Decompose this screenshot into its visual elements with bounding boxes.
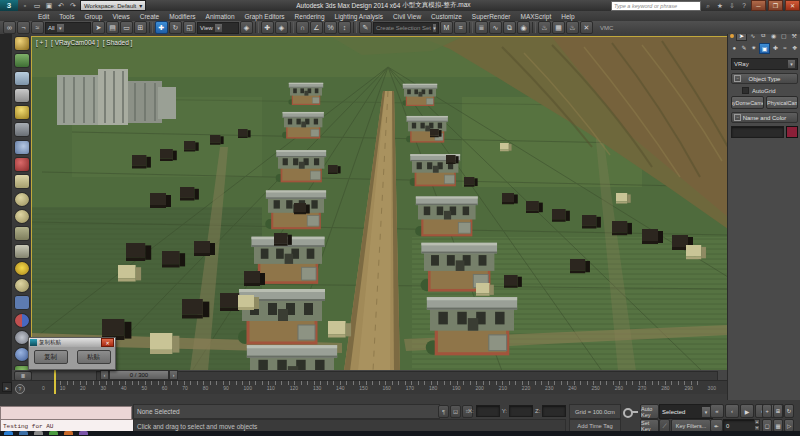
menu-civil-view[interactable]: Civil View [393,13,421,20]
start-orb-icon[interactable] [4,431,13,435]
trackbar-help-icon[interactable]: ? [15,384,25,394]
camera-category-dropdown[interactable]: VRay ▾ [731,58,798,70]
frame-spinner[interactable]: ▲▼ [754,419,760,430]
curve-editor-icon[interactable]: ∿ [489,21,502,34]
object-type-rollout-header[interactable]: – Object Type [731,73,798,84]
viewport[interactable]: [ + ] [ VRayCam004 ] [ Shaded ] [31,36,729,372]
object-name-field[interactable] [731,126,784,138]
delete-script-icon[interactable]: ✕ [580,21,593,34]
menu-maxscript[interactable]: MAXScript [520,13,551,20]
schematic-view-icon[interactable]: ⧉ [503,21,516,34]
minimize-button[interactable]: ─ [751,0,766,11]
selection-region-icon[interactable]: ▭ [120,21,133,34]
reference-coordinate-dropdown[interactable]: View ▾ [197,22,239,34]
percent-snap-icon[interactable]: % [324,21,337,34]
category-lights-icon[interactable]: ✷ [749,43,758,52]
dialog-title-bar[interactable]: 复制粘贴 ✕ [29,338,115,347]
spinner-snap-icon[interactable]: ↕ [338,21,351,34]
window-crossing-icon[interactable]: ⊞ [134,21,147,34]
viewport-menu-label[interactable]: [ + ] [36,39,47,46]
play-icon[interactable]: ▶ [740,404,754,418]
ring-primitive-icon[interactable] [14,209,30,224]
zoom-all-icon[interactable]: ⊞ [773,404,783,418]
category-helpers-icon[interactable]: ✚ [771,43,780,52]
viewport-shading-label[interactable]: [ Shaded ] [103,39,133,46]
menu-superrender[interactable]: SuperRender [472,13,511,20]
mirror-icon[interactable]: M [440,21,453,34]
selection-filter-dropdown[interactable]: All ▾ [45,22,91,34]
autogrid-checkbox[interactable]: AutoGrid [742,87,800,94]
named-selection-set-dropdown[interactable]: Create Selection Set ▾ [373,22,439,34]
menu-group[interactable]: Group [84,13,102,20]
y-coordinate-field[interactable] [509,405,533,417]
menu-graph-editors[interactable]: Graph Editors [245,13,285,20]
render-teapot-icon[interactable] [14,36,30,51]
menu-animation[interactable]: Animation [206,13,235,20]
object-color-swatch[interactable] [786,126,798,138]
track-bar[interactable]: ? 01020304050607080901001101201301401501… [12,380,727,395]
rendered-frame-window-icon[interactable]: ▦ [552,21,565,34]
name-color-rollout-header[interactable]: – Name and Color [731,112,798,123]
previous-frame-icon[interactable]: ‹ [725,404,739,418]
taskbar-app-icon[interactable] [79,431,88,435]
mountain-icon[interactable] [14,244,30,259]
render-preview-icon[interactable] [14,53,30,68]
selection-set-keying-dropdown[interactable]: Selected ▾ [659,404,713,419]
plugin-tool-icon[interactable] [14,122,30,137]
select-by-name-icon[interactable]: ▤ [106,21,119,34]
align-icon[interactable]: ≡ [454,21,467,34]
isolate-selection-icon[interactable]: ¶ [438,405,449,418]
blob-primitive-icon[interactable] [14,192,30,207]
multi-object-icon[interactable] [14,313,30,328]
favorites-icon[interactable]: ★ [715,1,725,10]
menu-create[interactable]: Create [140,13,160,20]
selection-lock-icon[interactable]: ⊡ [450,405,461,418]
layer-manager-icon[interactable]: ≣ [475,21,488,34]
use-pivot-center-icon[interactable]: ◈ [240,21,253,34]
material-editor-icon[interactable]: ◉ [517,21,530,34]
help-icon[interactable]: ? [739,1,749,10]
taskbar-app-icon[interactable] [49,431,58,435]
z-coordinate-field[interactable] [542,405,566,417]
plane-primitive-icon[interactable] [14,174,30,189]
select-and-link-icon[interactable]: ∞ [3,21,16,34]
search-input[interactable]: Type a keyword or phrase [611,1,701,11]
water-icon[interactable] [14,295,30,310]
menu-modifiers[interactable]: Modifiers [169,13,195,20]
vray-dome-camera-button[interactable]: ayDomeCame [731,96,764,109]
menu-lighting-analysis[interactable]: Lighting Analysis [335,13,383,20]
render-setup-icon[interactable]: ♨ [538,21,551,34]
menu-edit[interactable]: Edit [38,13,49,20]
next-frame-arrow-icon[interactable]: › [169,370,178,380]
angle-snap-icon[interactable]: ∠ [310,21,323,34]
save-file-icon[interactable]: ▣ [44,1,54,10]
time-slider-button[interactable]: 0 / 300 [109,370,169,380]
zoom-icon[interactable]: + [762,404,772,418]
workspace-dropdown[interactable]: Workspace: Default ▾ [80,0,146,11]
close-button[interactable]: ✕ [785,0,800,11]
sphere-primitive-icon[interactable] [14,278,30,293]
snap-toggle-icon[interactable]: ∩ [296,21,309,34]
taskbar-app-icon[interactable] [34,431,43,435]
menu-customize[interactable]: Customize [431,13,462,20]
redo-icon[interactable]: ↷ [68,1,78,10]
open-file-icon[interactable]: ▭ [32,1,42,10]
bind-to-space-warp-icon[interactable]: ≈ [31,21,44,34]
dialog-close-icon[interactable]: ✕ [101,338,114,347]
restore-button[interactable]: ❐ [768,0,783,11]
tab-strip-arrow-icon[interactable]: ▸ [2,382,12,392]
download-icon[interactable]: ⇩ [727,1,737,10]
paste-button[interactable]: 粘贴 [77,350,111,364]
keyboard-shortcut-toggle-icon[interactable]: ◈ [275,21,288,34]
copy-button[interactable]: 复制 [34,350,68,364]
light-lister-icon[interactable] [14,105,30,120]
menu-views[interactable]: Views [112,13,129,20]
select-object-icon[interactable]: ➤ [92,21,105,34]
new-file-icon[interactable]: ▫ [20,1,30,10]
auto-key-button[interactable]: Auto Key [640,404,659,419]
category-spacewarps-icon[interactable]: ≈ [781,43,790,52]
orbit-icon[interactable]: ↻ [784,404,794,418]
layer-list-icon[interactable] [14,88,30,103]
environment-icon[interactable] [14,140,30,155]
category-shapes-icon[interactable]: ✎ [740,43,749,52]
